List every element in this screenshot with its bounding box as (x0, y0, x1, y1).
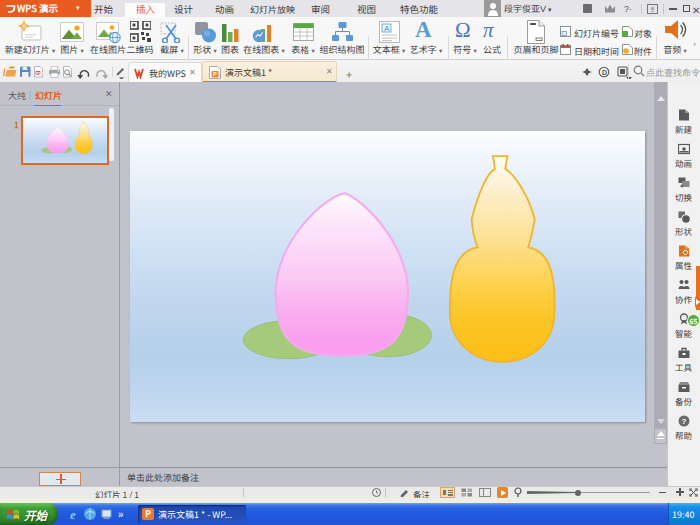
svg-text:e: e (70, 507, 76, 522)
svg-text:A: A (384, 24, 390, 33)
svg-text:?: ? (682, 417, 687, 426)
svg-text:D: D (602, 69, 607, 76)
svg-text:»: » (118, 509, 124, 520)
svg-text:PDF: PDF (36, 72, 44, 76)
svg-text:P: P (213, 71, 217, 77)
